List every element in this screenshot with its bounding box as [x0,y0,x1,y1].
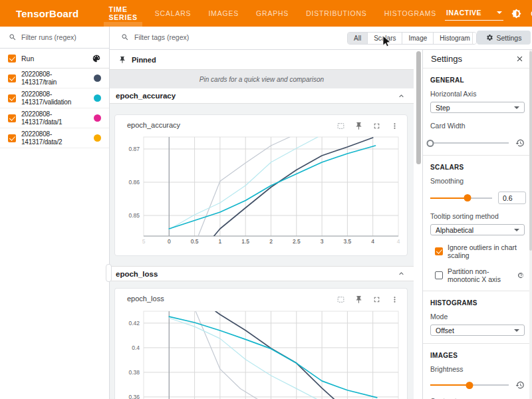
reset-icon[interactable] [515,138,525,148]
fullscreen-icon[interactable] [372,121,381,130]
run-select-all-checkbox[interactable] [8,55,16,63]
search-icon [9,33,17,41]
run-checkbox[interactable] [8,94,16,102]
svg-text:0.42: 0.42 [128,320,140,327]
more-options-icon[interactable] [390,295,399,303]
run-color-dot[interactable] [94,74,101,82]
scalar-card-epoch-accuracy: 0.850.860.8700.511.522.533.5454 epoch_ac… [114,114,408,256]
ignore-outliers-checkbox[interactable]: Ignore outliers in chart scaling [430,243,525,259]
brightness-icon[interactable] [511,9,521,19]
run-row-data2[interactable]: 20220808-141317/data/2 [0,128,109,148]
fit-to-data-icon[interactable] [336,121,345,130]
svg-text:0.87: 0.87 [128,146,140,152]
svg-text:0.4: 0.4 [132,344,140,351]
cards-scroll-area: Pinned Pin cards for a quick view and co… [110,50,414,399]
pin-card-icon[interactable] [354,295,363,303]
tooltip-sorting-dropdown[interactable]: Alphabetical [430,224,525,235]
svg-text:0.85: 0.85 [128,212,140,219]
epoch-accuracy-chart[interactable]: 0.850.860.8700.511.522.533.5454 [115,115,408,256]
filter-image-button[interactable]: Image [402,33,434,44]
run-row-train[interactable]: 20220808-141317/train [0,68,109,88]
pin-icon [118,56,126,64]
chevron-down-icon [514,329,519,332]
run-color-dot[interactable] [94,134,101,142]
section-header-epoch-loss[interactable]: epoch_loss [110,266,414,281]
sidebar-collapse-handle[interactable] [106,264,112,282]
tab-images[interactable]: IMAGES [200,0,247,27]
histogram-mode-dropdown[interactable]: Offset [430,325,525,336]
reset-icon[interactable] [515,380,525,390]
run-checkbox[interactable] [8,134,16,142]
card-header: epoch_loss [115,289,407,309]
horizontal-axis-dropdown[interactable]: Step [430,102,525,113]
settings-section-histograms: HISTOGRAMS Mode Offset [423,291,532,344]
refresh-icon[interactable] [529,9,532,19]
chevron-up-icon[interactable] [397,269,406,278]
reload-status-dropdown[interactable]: INACTIVE [445,7,503,21]
svg-text:5: 5 [142,238,146,245]
svg-text:3.5: 3.5 [343,238,351,245]
card-title: epoch_loss [127,295,164,303]
card-title: epoch_accuracy [127,121,180,129]
card-width-slider[interactable] [430,142,509,144]
filter-all-button[interactable]: All [348,33,368,44]
tag-filter-group: All Scalars Image Histogram [347,32,477,45]
svg-text:0: 0 [168,238,171,245]
svg-text:2: 2 [269,238,273,245]
help-icon[interactable] [517,272,525,279]
svg-text:0.5: 0.5 [191,238,199,245]
smoothing-slider[interactable] [430,198,492,199]
runs-sidebar: Run 20220808-141317/train 20220808-14131… [0,27,110,399]
pinned-empty-hint: Pin cards for a quick view and compariso… [110,70,414,88]
svg-text:0.36: 0.36 [128,394,140,399]
settings-section-scalars: SCALARS Smoothing Tooltip sorting method… [423,156,532,291]
settings-panel-title: Settings [431,54,462,64]
panel-scrollbar-thumb[interactable] [529,51,532,251]
run-color-dot[interactable] [94,114,101,122]
svg-text:2.5: 2.5 [293,238,301,245]
filter-runs-input[interactable] [21,33,94,41]
runs-header-label: Run [21,55,92,63]
partition-x-axis-checkbox[interactable]: Partition non-monotonic X axis [430,267,525,283]
tab-histograms[interactable]: HISTOGRAMS [376,0,445,27]
run-row-validation[interactable]: 20220808-141317/validation [0,88,109,108]
gear-icon [486,34,493,41]
nav-tabs: TIME SERIES SCALARS IMAGES GRAPHS DISTRI… [100,0,445,27]
settings-section-general: GENERAL Horizontal Axis Step Card Width [423,68,532,156]
filter-histogram-button[interactable]: Histogram [434,33,476,44]
fit-to-data-icon[interactable] [336,295,345,303]
filter-scalars-button[interactable]: Scalars [368,33,402,44]
settings-button[interactable]: Settings [477,31,531,45]
filter-tags-input[interactable] [134,33,267,41]
run-checkbox[interactable] [8,74,16,82]
svg-text:1: 1 [219,238,222,245]
settings-section-images: IMAGES Brightness Contrast Show actual i… [423,344,532,399]
run-color-dot[interactable] [94,94,101,102]
chevron-down-icon [514,106,519,109]
svg-text:0.38: 0.38 [128,369,140,376]
section-header-epoch-accuracy[interactable]: epoch_accuracy [110,88,414,104]
run-row-data1[interactable]: 20220808-141317/data/1 [0,108,109,128]
scalar-card-epoch-loss: 0.360.380.40.42 epoch_loss [114,288,408,399]
chevron-down-icon [497,11,502,14]
chevron-up-icon[interactable] [397,92,406,100]
tab-distributions[interactable]: DISTRIBUTIONS [297,0,376,27]
tab-graphs[interactable]: GRAPHS [247,0,297,27]
run-checkbox[interactable] [8,114,16,122]
tab-scalars[interactable]: SCALARS [146,0,200,27]
svg-text:1.5: 1.5 [241,238,249,245]
fullscreen-icon[interactable] [372,295,381,303]
close-icon[interactable] [515,55,524,63]
more-options-icon[interactable] [390,121,399,130]
tab-time-series[interactable]: TIME SERIES [100,0,146,27]
scrollbar-thumb[interactable] [416,51,421,164]
svg-text:3: 3 [321,238,324,245]
pin-card-icon[interactable] [354,121,363,130]
brightness-slider[interactable] [430,384,509,386]
app-header: TensorBoard TIME SERIES SCALARS IMAGES G… [0,0,532,27]
main-scrollbar [414,50,422,399]
smoothing-value-input[interactable] [498,192,526,204]
panel-scrollbar [529,50,532,399]
pinned-section-header: Pinned [110,50,414,70]
palette-icon[interactable] [92,54,101,63]
